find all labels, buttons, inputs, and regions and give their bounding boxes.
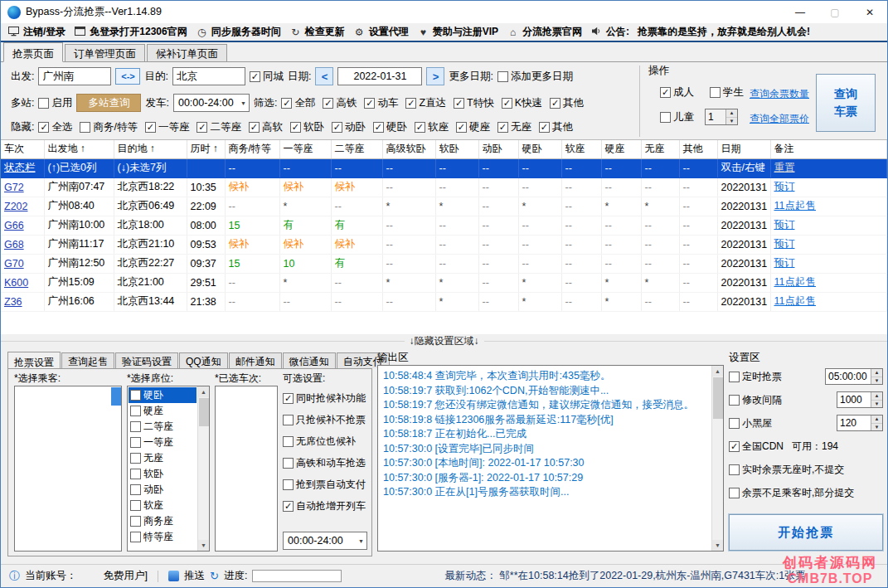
train-cell[interactable]: Z202 [1, 197, 44, 216]
hide-option-3[interactable]: ✓一等座 [145, 120, 190, 134]
booking-tab-3[interactable]: 验证码设置 [115, 352, 178, 368]
checkbox[interactable] [710, 87, 721, 98]
minimize-button[interactable]: — [783, 1, 818, 23]
checkbox[interactable] [729, 372, 740, 382]
checkbox[interactable]: ✓ [364, 98, 375, 109]
note-cell[interactable]: 11点起售 [770, 197, 887, 216]
train-row[interactable]: G68广州南11:17北京西21:1009:53候补候补候补----------… [1, 235, 887, 254]
seat-option-7[interactable]: 动卧 [129, 482, 197, 498]
start-grab-button[interactable]: 开始抢票 [729, 514, 883, 551]
hide-option-10[interactable]: ✓硬座 [456, 120, 490, 134]
timed-grab-option[interactable]: 定时抢票 [729, 370, 782, 384]
checkbox[interactable] [660, 112, 671, 123]
column-header-6[interactable]: 一等座 [279, 140, 331, 158]
checkbox[interactable]: ✓ [250, 71, 260, 82]
seat-option-2[interactable]: 硬座 [129, 403, 197, 419]
spinner-arrows[interactable]: ▲▼ [871, 415, 882, 430]
seat-option-1[interactable]: 硬卧 [129, 387, 197, 403]
train-row[interactable]: G66广州南10:00北京18:0008:0015有有-------------… [1, 216, 887, 235]
hide-option-5[interactable]: ✓高软 [249, 120, 283, 134]
passenger-list[interactable] [14, 386, 122, 552]
spinner-arrows[interactable]: ▲▼ [871, 392, 882, 407]
hide-option-1[interactable]: ✓全选 [38, 120, 72, 134]
seat-option-5[interactable]: 无座 [129, 450, 197, 466]
train-row[interactable]: Z36广州16:06北京西13:4421:38--------*--*--*--… [1, 292, 887, 311]
checkbox[interactable]: ✓ [454, 98, 464, 109]
hide-option-9[interactable]: ✓软座 [415, 120, 449, 134]
scroll-up-icon[interactable]: ▲ [198, 386, 209, 397]
hide-option-4[interactable]: ✓二等座 [197, 120, 241, 134]
date-value[interactable]: 2022-01-31 [337, 67, 422, 85]
output-scrollbar[interactable]: ▲ ▼ [711, 366, 723, 551]
train-cell[interactable]: Z36 [1, 292, 44, 311]
scrollbar-thumb[interactable] [713, 377, 723, 419]
no-seat-option[interactable]: 实时余票无座时,不提交 [729, 463, 844, 477]
checkbox[interactable] [80, 122, 90, 133]
scrollbar-thumb[interactable] [199, 398, 209, 426]
spinner-down-icon[interactable]: ▼ [871, 377, 882, 385]
toolbar-item-2[interactable]: 免登录打开12306官网 [74, 25, 187, 39]
checkbox[interactable] [38, 98, 49, 109]
hide-option-8[interactable]: ✓硬卧 [373, 120, 407, 134]
checkbox[interactable]: ✓ [283, 393, 294, 404]
checkbox[interactable] [130, 406, 141, 416]
train-cell[interactable]: 状态栏 [1, 158, 44, 177]
checkbox[interactable]: ✓ [145, 122, 156, 133]
spinner-down-icon[interactable]: ▼ [726, 118, 737, 125]
scroll-down-icon[interactable]: ▼ [198, 540, 209, 551]
hide-settings-divider[interactable]: ↓隐藏设置区域↓ [1, 334, 887, 348]
checkbox[interactable]: ✓ [249, 122, 260, 133]
seat-list-scrollbar[interactable]: ▲ ▼ [197, 386, 209, 551]
booking-tab-5[interactable]: 邮件通知 [229, 352, 282, 368]
filter-option-7[interactable]: ✓其他 [550, 96, 584, 110]
checkbox[interactable] [283, 458, 294, 469]
checkbox[interactable]: ✓ [550, 98, 560, 109]
seat-option-8[interactable]: 软座 [129, 498, 197, 513]
toolbar-item-1[interactable]: 注销/登录 [7, 25, 66, 39]
toolbar-item-5[interactable]: ⚙设置代理 [353, 25, 409, 39]
push-label[interactable]: 推送 [184, 569, 205, 583]
checkbox[interactable] [283, 479, 294, 490]
filter-option-5[interactable]: ✓T特快 [454, 96, 494, 110]
spinner-up-icon[interactable]: ▲ [871, 415, 882, 424]
toolbar-item-7[interactable]: ⌂分流抢票官网 [507, 25, 582, 39]
train-cell[interactable]: G68 [1, 235, 44, 254]
checkbox[interactable] [130, 453, 141, 464]
checkbox[interactable] [283, 436, 294, 447]
blackroom-spinner[interactable]: 120 ▲▼ [837, 415, 883, 431]
output-log[interactable]: 10:58:48:4 查询完毕，本次查询共用时:435毫秒。10:58:19:7… [377, 365, 724, 552]
spinner-up-icon[interactable]: ▲ [871, 392, 882, 401]
checkbox[interactable]: ✓ [405, 98, 416, 109]
interval-option[interactable]: 修改间隔 [729, 393, 782, 407]
toolbar-item-4[interactable]: ↻检查更新 [289, 25, 345, 39]
checkbox[interactable] [497, 71, 508, 82]
toolbar-item-6[interactable]: ♥赞助与注册VIP [417, 25, 498, 39]
maximize-button[interactable]: ▢ [818, 1, 852, 23]
train-cell[interactable]: G72 [1, 177, 44, 197]
checkbox[interactable] [283, 415, 294, 425]
passenger-list-scrollbar[interactable] [111, 386, 121, 551]
optional-option-6[interactable]: ✓自动抢增开列车 [283, 499, 366, 513]
query-ticket-count-link[interactable]: 查询余票数量 [750, 87, 809, 101]
filter-option-3[interactable]: ✓动车 [364, 96, 398, 110]
scroll-down-icon[interactable]: ▼ [712, 540, 723, 551]
query-tickets-button[interactable]: 查询 车票 [816, 74, 876, 132]
checkbox[interactable]: ✓ [539, 122, 550, 133]
checkbox[interactable] [729, 464, 740, 475]
checkbox[interactable]: ✓ [290, 122, 301, 133]
close-button[interactable]: ✕ [852, 1, 887, 23]
column-header-4[interactable]: 历时 ↑ [187, 140, 225, 158]
spinner-up-icon[interactable]: ▲ [726, 109, 737, 118]
page-tab-3[interactable]: 候补订单页面 [147, 44, 227, 61]
checkbox[interactable] [130, 500, 141, 511]
checkbox[interactable]: ✓ [323, 98, 333, 109]
multi-enable-option[interactable]: 启用 [38, 96, 72, 110]
column-header-10[interactable]: 动卧 [478, 140, 518, 158]
status-row[interactable]: 状态栏(↑)已选0列(↓)未选7列----------------------双… [1, 158, 887, 177]
optional-option-1[interactable]: ✓同时抢候补功能 [283, 391, 366, 406]
checkbox[interactable] [130, 532, 141, 542]
column-header-17[interactable]: 备注 [770, 140, 887, 158]
checkbox[interactable]: ✓ [281, 98, 292, 109]
column-header-8[interactable]: 高级软卧 [382, 140, 435, 158]
checkbox[interactable]: ✓ [502, 98, 512, 109]
